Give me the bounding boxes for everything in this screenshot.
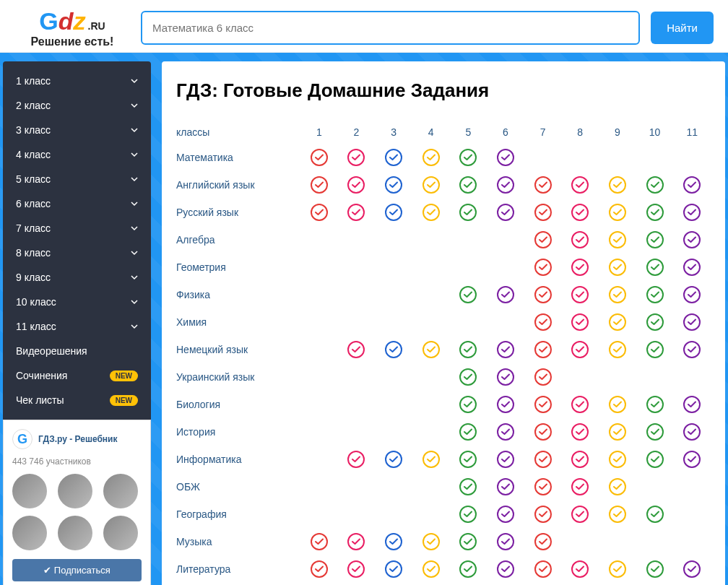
check-icon[interactable] (385, 451, 402, 468)
check-icon[interactable] (609, 396, 626, 413)
check-icon[interactable] (311, 176, 328, 194)
nav-item[interactable]: СочиненияNEW (3, 363, 151, 388)
check-icon[interactable] (459, 506, 477, 523)
check-icon[interactable] (497, 149, 514, 166)
subject-label[interactable]: Информатика (176, 449, 300, 469)
subject-label[interactable]: Литература (176, 559, 300, 579)
check-icon[interactable] (497, 368, 514, 386)
check-icon[interactable] (347, 341, 365, 358)
check-icon[interactable] (385, 560, 402, 578)
check-icon[interactable] (385, 341, 402, 358)
check-icon[interactable] (459, 368, 477, 386)
check-icon[interactable] (534, 313, 552, 331)
check-icon[interactable] (609, 286, 626, 303)
grade-column-header[interactable]: 6 (487, 126, 524, 138)
check-icon[interactable] (534, 368, 552, 386)
check-icon[interactable] (459, 560, 477, 578)
check-icon[interactable] (646, 451, 664, 468)
check-icon[interactable] (422, 533, 440, 550)
check-icon[interactable] (347, 204, 365, 221)
check-icon[interactable] (646, 231, 664, 248)
avatar[interactable] (103, 516, 138, 550)
avatar[interactable] (58, 516, 92, 550)
check-icon[interactable] (497, 478, 514, 495)
check-icon[interactable] (497, 533, 514, 550)
check-icon[interactable] (683, 176, 701, 194)
check-icon[interactable] (497, 204, 514, 221)
grade-column-header[interactable]: 10 (636, 126, 674, 138)
check-icon[interactable] (422, 341, 440, 358)
vk-title[interactable]: ГДЗ.ру - Решебник (38, 434, 118, 444)
grade-column-header[interactable]: 5 (450, 126, 488, 138)
subject-label[interactable]: История (176, 422, 300, 442)
check-icon[interactable] (571, 560, 589, 578)
check-icon[interactable] (347, 560, 365, 578)
check-icon[interactable] (646, 506, 664, 523)
check-icon[interactable] (609, 423, 626, 441)
check-icon[interactable] (534, 231, 552, 248)
check-icon[interactable] (534, 478, 552, 495)
check-icon[interactable] (683, 313, 701, 331)
nav-item[interactable]: 2 класс (3, 93, 151, 118)
check-icon[interactable] (683, 231, 701, 248)
check-icon[interactable] (609, 231, 626, 248)
check-icon[interactable] (646, 560, 664, 578)
check-icon[interactable] (497, 396, 514, 413)
check-icon[interactable] (534, 176, 552, 194)
nav-item[interactable]: 4 класс (3, 142, 151, 167)
subject-label[interactable]: Украинский язык (176, 367, 300, 387)
check-icon[interactable] (459, 396, 477, 413)
subject-label[interactable]: Геометрия (176, 257, 300, 277)
check-icon[interactable] (311, 560, 328, 578)
check-icon[interactable] (459, 423, 477, 441)
check-icon[interactable] (683, 396, 701, 413)
grade-column-header[interactable]: 9 (599, 126, 636, 138)
search-button[interactable]: Найти (651, 12, 714, 44)
check-icon[interactable] (385, 204, 402, 221)
check-icon[interactable] (683, 451, 701, 468)
subject-label[interactable]: Английский язык (176, 175, 300, 195)
check-icon[interactable] (422, 149, 440, 166)
check-icon[interactable] (422, 451, 440, 468)
check-icon[interactable] (534, 204, 552, 221)
check-icon[interactable] (646, 259, 664, 276)
check-icon[interactable] (683, 286, 701, 303)
check-icon[interactable] (497, 423, 514, 441)
check-icon[interactable] (609, 478, 626, 495)
check-icon[interactable] (571, 231, 589, 248)
check-icon[interactable] (534, 259, 552, 276)
check-icon[interactable] (385, 149, 402, 166)
nav-item[interactable]: 6 класс (3, 191, 151, 216)
check-icon[interactable] (571, 313, 589, 331)
check-icon[interactable] (609, 259, 626, 276)
check-icon[interactable] (311, 149, 328, 166)
check-icon[interactable] (534, 533, 552, 550)
check-icon[interactable] (609, 341, 626, 358)
check-icon[interactable] (571, 478, 589, 495)
grade-column-header[interactable]: 2 (338, 126, 376, 138)
check-icon[interactable] (422, 176, 440, 194)
check-icon[interactable] (683, 204, 701, 221)
grade-column-header[interactable]: 1 (300, 126, 338, 138)
check-icon[interactable] (497, 451, 514, 468)
subject-label[interactable]: Химия (176, 312, 300, 332)
check-icon[interactable] (683, 259, 701, 276)
check-icon[interactable] (459, 533, 477, 550)
avatar[interactable] (12, 474, 47, 508)
check-icon[interactable] (347, 149, 365, 166)
check-icon[interactable] (534, 506, 552, 523)
check-icon[interactable] (347, 533, 365, 550)
check-icon[interactable] (571, 506, 589, 523)
check-icon[interactable] (347, 451, 365, 468)
check-icon[interactable] (683, 341, 701, 358)
check-icon[interactable] (609, 560, 626, 578)
nav-item[interactable]: 3 класс (3, 118, 151, 142)
check-icon[interactable] (385, 176, 402, 194)
nav-item[interactable]: 9 класс (3, 265, 151, 290)
check-icon[interactable] (646, 341, 664, 358)
check-icon[interactable] (646, 176, 664, 194)
check-icon[interactable] (571, 204, 589, 221)
check-icon[interactable] (497, 341, 514, 358)
check-icon[interactable] (646, 313, 664, 331)
subject-label[interactable]: Русский язык (176, 202, 300, 222)
